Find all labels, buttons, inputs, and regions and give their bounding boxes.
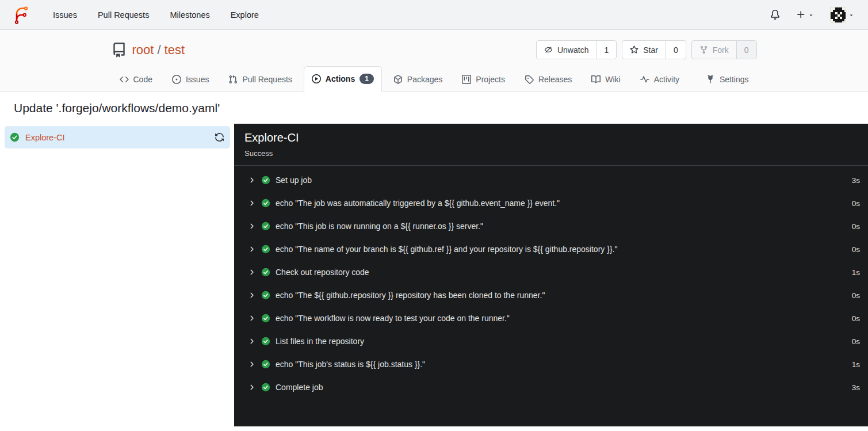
top-navbar: Issues Pull Requests Milestones Explore <box>0 0 868 30</box>
success-check-icon <box>261 383 270 392</box>
fork-count: 0 <box>736 41 756 59</box>
step-duration: 1s <box>852 268 860 277</box>
tab-code[interactable]: Code <box>112 67 160 91</box>
repo-header: root / test Unwatch 1 Star 0 <box>0 30 868 91</box>
success-check-icon <box>261 245 270 254</box>
step-label: Set up job <box>276 176 847 185</box>
step-row[interactable]: echo "The ${{ github.repository }} repos… <box>234 284 868 307</box>
chevron-right-icon <box>248 245 256 253</box>
chevron-right-icon <box>248 383 256 391</box>
step-row[interactable]: Complete job 3s <box>234 376 868 399</box>
eye-off-icon <box>544 45 553 54</box>
star-count[interactable]: 0 <box>666 41 686 59</box>
chevron-right-icon <box>248 337 256 345</box>
actions-count-badge: 1 <box>360 74 374 84</box>
tab-packages[interactable]: Packages <box>385 67 450 91</box>
job-status-label: Success <box>244 149 858 158</box>
page-title: Update '.forgejo/workflows/demo.yaml' <box>0 91 868 124</box>
nav-pull-requests-link[interactable]: Pull Requests <box>98 10 149 20</box>
star-button[interactable]: Star <box>622 41 666 59</box>
tab-issues[interactable]: Issues <box>164 67 217 91</box>
job-name-label: Explore-CI <box>25 133 65 142</box>
step-row[interactable]: Check out repository code 1s <box>234 261 868 284</box>
success-check-icon <box>261 337 270 346</box>
step-label: echo "This job is now running on a ${{ r… <box>276 222 847 231</box>
workflow-run-layout: Explore-CI Explore-CI Success Set up job… <box>0 124 868 426</box>
chevron-down-icon <box>808 12 814 18</box>
create-new-dropdown[interactable] <box>796 10 814 20</box>
success-check-icon <box>261 176 270 185</box>
tab-settings[interactable]: Settings <box>698 67 757 91</box>
step-label: echo "The ${{ github.repository }} repos… <box>276 291 847 300</box>
nav-explore-link[interactable]: Explore <box>231 10 259 20</box>
tab-releases[interactable]: Releases <box>517 67 580 91</box>
wrench-icon <box>706 75 715 84</box>
repo-owner-link[interactable]: root <box>132 43 154 58</box>
repo-action-buttons: Unwatch 1 Star 0 Fork 0 <box>536 40 757 59</box>
step-duration: 0s <box>852 199 860 208</box>
step-row[interactable]: echo "The job was automatically triggere… <box>234 192 868 215</box>
unwatch-button[interactable]: Unwatch <box>537 41 596 59</box>
step-row[interactable]: echo "This job is now running on a ${{ r… <box>234 215 868 238</box>
user-menu-dropdown[interactable] <box>830 7 854 23</box>
step-label: Check out repository code <box>276 268 847 277</box>
job-steps-list: Set up job 3s echo "The job was automati… <box>234 166 868 399</box>
star-icon <box>630 45 638 54</box>
issue-opened-icon <box>172 75 181 84</box>
success-check-icon <box>261 291 270 300</box>
watch-button-group: Unwatch 1 <box>536 40 617 59</box>
repo-icon <box>112 43 127 58</box>
step-duration: 3s <box>852 176 860 185</box>
chevron-right-icon <box>248 314 256 322</box>
repo-separator: / <box>157 43 160 58</box>
tab-wiki[interactable]: Wiki <box>583 67 628 91</box>
avatar <box>830 7 846 23</box>
watch-count[interactable]: 1 <box>596 41 616 59</box>
tag-icon <box>525 75 534 84</box>
chevron-right-icon <box>248 268 256 276</box>
chevron-right-icon <box>248 360 256 368</box>
step-row[interactable]: echo "This job's status is ${{ job.statu… <box>234 353 868 376</box>
tab-projects[interactable]: Projects <box>454 67 513 91</box>
step-label: echo "The workflow is now ready to test … <box>276 314 847 323</box>
sidebar-job-explore-ci[interactable]: Explore-CI <box>5 126 230 148</box>
step-label: echo "The job was automatically triggere… <box>276 199 847 208</box>
step-label: List files in the repository <box>276 337 847 346</box>
package-icon <box>393 75 403 84</box>
step-duration: 1s <box>852 360 860 369</box>
step-row[interactable]: Set up job 3s <box>234 169 868 192</box>
step-label: echo "The name of your branch is ${{ git… <box>276 245 847 254</box>
nav-issues-link[interactable]: Issues <box>53 10 77 20</box>
forgejo-logo-icon[interactable] <box>14 6 29 24</box>
tab-activity[interactable]: Activity <box>632 67 687 91</box>
step-duration: 0s <box>852 337 860 346</box>
rerun-job-button[interactable] <box>215 132 224 142</box>
fork-button-group: Fork 0 <box>691 40 757 59</box>
chevron-right-icon <box>248 176 256 184</box>
notifications-bell-icon[interactable] <box>770 10 780 20</box>
repo-breadcrumb: root / test <box>132 43 185 58</box>
top-nav-links: Issues Pull Requests Milestones Explore <box>53 10 259 20</box>
fork-icon <box>699 45 708 54</box>
tab-actions[interactable]: Actions 1 <box>304 66 382 91</box>
git-pull-request-icon <box>228 75 238 84</box>
tab-pull-requests[interactable]: Pull Requests <box>220 67 300 91</box>
fork-button: Fork <box>692 41 736 59</box>
success-check-icon <box>261 314 270 323</box>
job-log-header: Explore-CI Success <box>234 124 868 166</box>
step-label: Complete job <box>276 383 847 392</box>
nav-milestones-link[interactable]: Milestones <box>170 10 209 20</box>
step-row[interactable]: echo "The workflow is now ready to test … <box>234 307 868 330</box>
success-check-icon <box>261 268 270 277</box>
plus-icon <box>796 10 806 20</box>
step-row[interactable]: echo "The name of your branch is ${{ git… <box>234 238 868 261</box>
jobs-sidebar: Explore-CI <box>0 124 234 426</box>
success-check-icon <box>261 360 270 369</box>
step-label: echo "This job's status is ${{ job.statu… <box>276 360 847 369</box>
step-duration: 0s <box>852 245 860 254</box>
repo-name-link[interactable]: test <box>165 43 185 58</box>
success-check-icon <box>261 222 270 231</box>
repo-tabs: Code Issues Pull Requests Actions 1 Pack… <box>112 66 757 91</box>
step-row[interactable]: List files in the repository 0s <box>234 330 868 353</box>
play-circle-icon <box>312 74 321 83</box>
